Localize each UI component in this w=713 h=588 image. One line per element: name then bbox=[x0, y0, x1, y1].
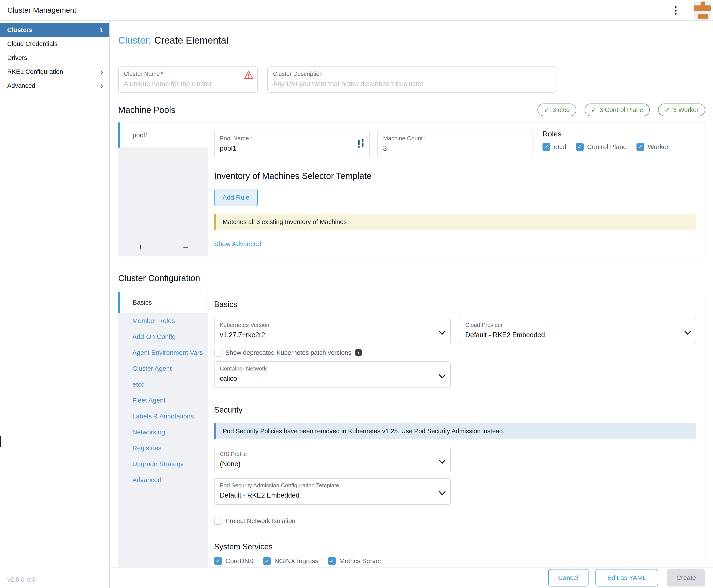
action-bar: Cancel Edit as YAML Create bbox=[110, 567, 713, 588]
checkbox-unchecked-icon bbox=[214, 517, 222, 525]
coredns-checkbox[interactable]: ✓ CoreDNS bbox=[214, 557, 253, 565]
pool-name-field: Pool Name* bbox=[214, 131, 370, 157]
check-icon: ✓ bbox=[591, 106, 596, 114]
checkbox-checked-icon: ✓ bbox=[543, 143, 550, 151]
top-header: Cluster Management bbox=[0, 0, 713, 21]
config-tab-labels-annotations[interactable]: Labels & Annotations bbox=[118, 408, 208, 424]
selector-match-banner: Matches all 3 existing Inventory of Mach… bbox=[214, 214, 696, 230]
rancher-logo-icon bbox=[694, 2, 711, 19]
checkbox-checked-icon: ✓ bbox=[636, 143, 644, 151]
config-tab-add-on-config[interactable]: Add-On Config bbox=[118, 329, 208, 344]
config-tab-advanced[interactable]: Advanced bbox=[118, 472, 208, 488]
page-title-prefix: Cluster: bbox=[118, 35, 151, 45]
role-worker-checkbox[interactable]: ✓ Worker bbox=[636, 143, 669, 151]
cloud-provider-label: Cloud Provider bbox=[465, 322, 683, 329]
psa-template-label: Pod Security Admission Configuration Tem… bbox=[220, 482, 437, 489]
show-deprecated-versions-checkbox[interactable]: Show deprecated Kubernetes patch version… bbox=[214, 349, 696, 357]
pool-tabs-column: pool1 + − bbox=[118, 123, 208, 256]
chevron-right-icon: › bbox=[100, 68, 103, 75]
config-tab-agent-environment-vars[interactable]: Agent Environment Vars bbox=[118, 344, 208, 360]
checkbox-unchecked-icon bbox=[214, 349, 222, 357]
machine-count-input[interactable] bbox=[383, 145, 527, 152]
cluster-description-label: Cluster Description bbox=[273, 70, 550, 77]
pool-tab-label: pool1 bbox=[133, 131, 148, 139]
container-network-value: calico bbox=[220, 375, 437, 382]
edit-as-yaml-button[interactable]: Edit as YAML bbox=[595, 569, 658, 586]
system-services-heading: System Services bbox=[214, 542, 696, 551]
page-title: Cluster:Create Elemental bbox=[118, 34, 705, 47]
role-control-plane-checkbox[interactable]: ✓ Control Plane bbox=[576, 143, 627, 151]
chevron-right-icon: › bbox=[100, 82, 103, 89]
pod-security-admission-template-select[interactable]: Pod Security Admission Configuration Tem… bbox=[214, 478, 451, 505]
sidebar-item-advanced[interactable]: Advanced › bbox=[0, 79, 109, 92]
psa-template-value: Default - RKE2 Embedded bbox=[220, 491, 437, 499]
required-asterisk: * bbox=[250, 135, 252, 142]
required-asterisk: * bbox=[424, 135, 426, 142]
config-tab-upgrade-strategy[interactable]: Upgrade Strategy bbox=[118, 456, 208, 472]
control-plane-count-badge: ✓ 3 Control Plane bbox=[585, 104, 650, 116]
config-tab-cluster-agent[interactable]: Cluster Agent bbox=[118, 360, 208, 376]
chevron-down-icon bbox=[439, 329, 446, 336]
sidebar-item-label: Advanced bbox=[7, 82, 35, 89]
container-network-select[interactable]: Container Network calico bbox=[214, 361, 451, 388]
sidebar-item-label: RKE1 Configuration bbox=[7, 68, 63, 76]
cluster-name-input[interactable] bbox=[124, 80, 252, 88]
kubernetes-version-value: v1.27.7+rke2r2 bbox=[220, 331, 437, 339]
randomize-name-icon[interactable] bbox=[358, 139, 365, 150]
metrics-server-checkbox[interactable]: ✓ Metrics Server bbox=[328, 557, 381, 565]
role-etcd-checkbox[interactable]: ✓ etcd bbox=[543, 143, 566, 151]
cluster-name-label: Cluster Name* bbox=[124, 70, 252, 77]
config-tab-networking[interactable]: Networking bbox=[118, 424, 208, 440]
cluster-configuration-heading: Cluster Configuration bbox=[118, 273, 705, 283]
sidebar-item-clusters[interactable]: Clusters 1 bbox=[0, 23, 109, 37]
checkbox-checked-icon: ✓ bbox=[576, 143, 584, 151]
role-count-badges: ✓ 3 etcd ✓ 3 Control Plane ✓ 3 Worker bbox=[537, 104, 705, 116]
config-tab-member-roles[interactable]: Member Roles bbox=[118, 313, 208, 329]
security-heading: Security bbox=[214, 405, 696, 415]
required-asterisk: * bbox=[161, 70, 163, 77]
config-tab-basics[interactable]: Basics bbox=[118, 292, 208, 313]
machine-count-label: Machine Count* bbox=[383, 135, 527, 142]
show-advanced-link[interactable]: Show Advanced bbox=[214, 240, 261, 248]
sidebar-item-cloud-credentials[interactable]: Cloud Credentials bbox=[0, 37, 109, 51]
kubernetes-version-select[interactable]: Kubernetes Version v1.27.7+rke2r2 bbox=[214, 318, 451, 344]
checkbox-checked-icon: ✓ bbox=[263, 557, 271, 565]
project-network-isolation-checkbox[interactable]: Project Network Isolation bbox=[214, 517, 696, 525]
cloud-provider-select[interactable]: Cloud Provider Default - RKE2 Embedded bbox=[460, 318, 696, 344]
pool-tab-pool1[interactable]: pool1 bbox=[118, 123, 208, 148]
app-version: v2.8.0-rc3 bbox=[7, 576, 35, 583]
config-tab-fleet-agent[interactable]: Fleet Agent bbox=[118, 392, 208, 408]
add-pool-button[interactable]: + bbox=[118, 238, 163, 256]
basics-heading: Basics bbox=[214, 300, 696, 309]
cluster-description-field: Cluster Description bbox=[267, 66, 556, 92]
checkbox-checked-icon: ✓ bbox=[328, 557, 336, 565]
sidebar-item-drivers[interactable]: Drivers bbox=[0, 51, 109, 65]
kebab-menu-icon[interactable] bbox=[671, 5, 680, 16]
kubernetes-version-label: Kubernetes Version bbox=[220, 322, 437, 329]
title-divider bbox=[118, 53, 705, 54]
worker-count-badge: ✓ 3 Worker bbox=[658, 104, 705, 116]
sidebar-item-label: Cloud Credentials bbox=[7, 40, 58, 47]
left-edge-marker bbox=[0, 436, 1, 447]
sidebar: Clusters 1 Cloud Credentials Drivers RKE… bbox=[0, 21, 110, 588]
config-tab-registries[interactable]: Registries bbox=[118, 440, 208, 456]
add-rule-button[interactable]: Add Rule bbox=[214, 189, 258, 206]
create-button[interactable]: Create bbox=[667, 569, 705, 586]
cluster-description-input[interactable] bbox=[273, 80, 550, 88]
info-tooltip-icon[interactable]: i bbox=[355, 349, 362, 356]
pool-name-input[interactable] bbox=[220, 145, 364, 152]
config-nav-column: Basics Member Roles Add-On Config Agent … bbox=[118, 292, 208, 567]
container-network-label: Container Network bbox=[220, 365, 437, 372]
checkbox-checked-icon: ✓ bbox=[214, 557, 222, 565]
sidebar-item-rke1-configuration[interactable]: RKE1 Configuration › bbox=[0, 65, 109, 79]
check-icon: ✓ bbox=[544, 106, 549, 114]
nginx-ingress-checkbox[interactable]: ✓ NGINX Ingress bbox=[263, 557, 318, 565]
cloud-provider-value: Default - RKE2 Embedded bbox=[465, 331, 683, 339]
chevron-down-icon bbox=[439, 373, 446, 380]
chevron-down-icon bbox=[685, 329, 691, 336]
config-tab-etcd[interactable]: etcd bbox=[118, 376, 208, 392]
remove-pool-button[interactable]: − bbox=[163, 238, 208, 256]
cluster-name-field: Cluster Name* bbox=[118, 66, 258, 92]
cis-profile-select[interactable]: CIS Profile (None) bbox=[214, 447, 451, 474]
cancel-button[interactable]: Cancel bbox=[548, 569, 589, 586]
